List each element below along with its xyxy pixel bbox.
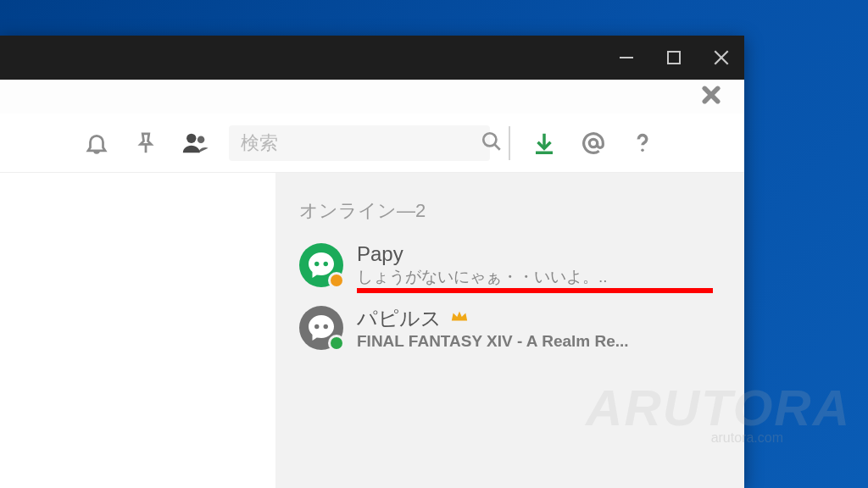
minimize-button[interactable]	[610, 42, 643, 74]
members-icon[interactable]	[180, 128, 210, 158]
mentions-icon[interactable]	[578, 128, 609, 158]
status-indicator-idle	[328, 272, 345, 289]
member-info: パピルス FINAL FANTASY XIV - A Realm Re...	[357, 305, 729, 351]
online-section-header: オンライン—2	[299, 198, 729, 224]
status-indicator-online	[328, 335, 345, 352]
member-name: Papy	[357, 242, 729, 266]
svg-point-14	[641, 148, 644, 152]
bell-icon[interactable]	[81, 128, 112, 158]
svg-point-15	[314, 262, 319, 266]
svg-point-17	[314, 324, 319, 329]
search-input[interactable]	[241, 132, 474, 154]
download-icon[interactable]	[529, 128, 559, 158]
member-list-panel: オンライン—2 Papy しょうがないにゃぁ・・いいよ。..	[275, 173, 744, 488]
avatar	[299, 306, 343, 350]
svg-point-16	[324, 262, 328, 266]
titlebar	[0, 36, 744, 80]
member-item[interactable]: Papy しょうがないにゃぁ・・いいよ。..	[299, 234, 729, 297]
member-status-text: FINAL FANTASY XIV - A Realm Re...	[357, 332, 729, 351]
toolbar	[0, 114, 744, 173]
search-icon	[481, 130, 503, 156]
avatar	[299, 243, 343, 287]
owner-crown-icon	[450, 309, 469, 329]
app-window: オンライン—2 Papy しょうがないにゃぁ・・いいよ。..	[0, 36, 744, 488]
svg-rect-1	[668, 52, 680, 64]
member-item[interactable]: パピルス FINAL FANTASY XIV - A Realm Re...	[299, 297, 729, 359]
pin-icon[interactable]	[131, 128, 161, 158]
main-panel	[0, 173, 275, 488]
svg-line-10	[494, 144, 500, 150]
maximize-button[interactable]	[658, 42, 690, 74]
svg-point-9	[483, 133, 496, 146]
member-info: Papy しょうがないにゃぁ・・いいよ。..	[357, 242, 729, 288]
svg-point-7	[186, 133, 196, 142]
highlight-underline	[357, 288, 713, 293]
tab-close-icon[interactable]	[702, 83, 721, 110]
member-name: パピルス	[357, 305, 729, 332]
toolbar-divider	[509, 126, 510, 160]
content-area: オンライン—2 Papy しょうがないにゃぁ・・いいよ。..	[0, 173, 744, 488]
sub-titlebar	[0, 80, 744, 114]
svg-point-8	[198, 136, 205, 143]
member-status-text: しょうがないにゃぁ・・いいよ。..	[357, 266, 729, 288]
svg-point-18	[324, 324, 328, 329]
search-box[interactable]	[229, 125, 490, 161]
help-icon[interactable]	[627, 128, 658, 158]
close-button[interactable]	[705, 42, 737, 74]
